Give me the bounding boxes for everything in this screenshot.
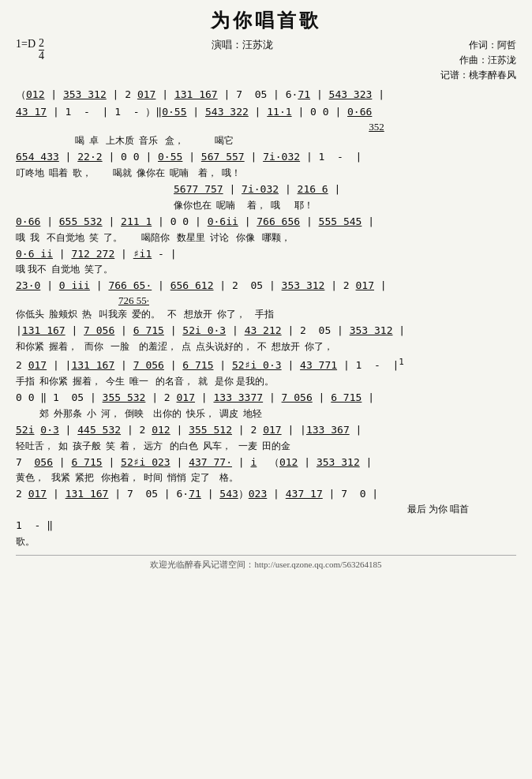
- key-label: 1=D: [16, 38, 36, 51]
- score-section-3: 654 433 | 22·2 | 0 0 | 0·55 | 567 557 | …: [16, 149, 516, 180]
- score-line-12: 7 056 | 6 715 | 52♯i 023 | 437 77· | i （…: [16, 455, 516, 471]
- lyric-line-3: 叮咚地 唱着 歌， 喝就 像你在 呢喃 着， 哦！: [16, 166, 516, 180]
- score-section-4: 5677 757 | 7i·032 | 216 6 | 像你也在 呢喃 着， 哦…: [16, 182, 516, 212]
- page: 为你唱首歌 1=D 2 4 演唱：汪苏泷 作词：阿哲 作曲：汪苏泷 记谱：桃李醉…: [16, 8, 516, 571]
- score-line-7: 23·0 | 0 iii | 766 65· | 656 612 | 2 05 …: [16, 278, 516, 294]
- composer: 作曲：汪苏泷: [440, 53, 516, 68]
- lyric-line-11: 轻吐舌， 如 孩子般 笑 着， 远方 的白色 风车， 一麦 田的金: [16, 439, 516, 453]
- score-line-14: 1 - ‖: [16, 518, 516, 534]
- score-line-2: 43 17 | 1 - | 1 - ）‖0·55 | 543 322 | 11·…: [16, 104, 516, 121]
- performer: 演唱：汪苏泷: [44, 38, 440, 52]
- score-section-14: 1 - ‖ 歌。: [16, 518, 516, 549]
- score-line-6: 0·6 ii | 712 272 | ♯i1 - |: [16, 246, 516, 263]
- lyric-line-8: 和你紧 握着， 而你 一脸 的羞涩， 点 点头说好的， 不 想放开 你了，: [16, 339, 516, 354]
- lyric-line-14: 歌。: [16, 534, 516, 549]
- score-line-9: 2 017 | |131 167 | 7 056 | 6 715 | 52♯i …: [16, 355, 516, 374]
- score-section-1: （012 | 353 312 | 2 017 | 131 167 | 7 05 …: [16, 87, 516, 103]
- transcriber: 记谱：桃李醉春风: [440, 68, 516, 83]
- lyric-line-9: 手指 和你紧 握着， 今生 唯一 的名音， 就 是你 是我的。: [16, 374, 516, 388]
- score-line-5: 0·66 | 655 532 | 211 1 | 0 0 | 0·6ii | 7…: [16, 214, 516, 230]
- lyric-line-4: 像你也在 呢喃 着， 哦 耶！: [174, 198, 516, 212]
- lyricist: 作词：阿哲: [440, 38, 516, 53]
- key-signature: 1=D 2 4: [16, 38, 44, 62]
- score-content: （012 | 353 312 | 2 017 | 131 167 | 7 05 …: [16, 87, 516, 549]
- page-title: 为你唱首歌: [16, 8, 516, 33]
- score-line-13: 2 017 | 131 167 | 7 05 | 6·71 | 543）023 …: [16, 486, 516, 503]
- lyric-line-7: 你低头 脸颊炽 热 叫我亲 爱的。 不 想放开 你了， 手指: [16, 307, 516, 321]
- score-line-11: 52i 0·3 | 445 532 | 2 012 | 355 512 | 2 …: [16, 422, 516, 439]
- score-line-1: （012 | 353 312 | 2 017 | 131 167 | 7 05 …: [16, 87, 516, 103]
- time-signature: 2 4: [39, 38, 44, 62]
- score-line-3: 654 433 | 22·2 | 0 0 | 0·55 | 567 557 | …: [16, 149, 516, 166]
- lyric-line-12: 黄色， 我紧 紧把 你抱着， 时间 悄悄 定了 格。: [16, 470, 516, 485]
- score-section-7: 23·0 | 0 iii | 766 65· | 656 612 | 2 05 …: [16, 278, 516, 321]
- score-line-4: 5677 757 | 7i·032 | 216 6 |: [174, 182, 516, 198]
- lyric-line-10: 郊 外那条 小 河， 倒映 出你的 快乐， 调皮 地轻: [16, 406, 516, 421]
- lyric-line-2: 喝 卓 上木质 音乐 盒， 喝它: [16, 133, 516, 148]
- lyric-line-6: 哦 我不 自觉地 笑了。: [16, 262, 516, 276]
- score-section-11: 52i 0·3 | 445 532 | 2 012 | 355 512 | 2 …: [16, 422, 516, 453]
- score-section-6: 0·6 ii | 712 272 | ♯i1 - | 哦 我不 自觉地 笑了。: [16, 246, 516, 277]
- score-section-13: 2 017 | 131 167 | 7 05 | 6·71 | 543）023 …: [16, 486, 516, 516]
- credits: 作词：阿哲 作曲：汪苏泷 记谱：桃李醉春风: [440, 38, 516, 84]
- lyric-line-5: 哦 我 不自觉地 笑 了。 喝陪你 数星里 讨论 你像 哪颗，: [16, 230, 516, 245]
- score-line-8: |131 167 | 7 056 | 6 715 | 52i 0·3 | 43 …: [16, 323, 516, 339]
- score-section-9: 2 017 | |131 167 | 7 056 | 6 715 | 52♯i …: [16, 355, 516, 388]
- score-section-8: |131 167 | 7 056 | 6 715 | 52i 0·3 | 43 …: [16, 323, 516, 354]
- score-section-5: 0·66 | 655 532 | 211 1 | 0 0 | 0·6ii | 7…: [16, 214, 516, 245]
- score-section-12: 7 056 | 6 715 | 52♯i 023 | 437 77· | i （…: [16, 455, 516, 485]
- score-section-10: 0 0 ‖ 1 05 | 355 532 | 2 017 | 133 3377 …: [16, 390, 516, 421]
- score-line-10: 0 0 ‖ 1 05 | 355 532 | 2 017 | 133 3377 …: [16, 390, 516, 406]
- meta-row: 1=D 2 4 演唱：汪苏泷 作词：阿哲 作曲：汪苏泷 记谱：桃李醉春风: [16, 38, 516, 84]
- footer: 欢迎光临醉春风记谱空间：http://user.qzone.qq.com/563…: [16, 555, 516, 571]
- score-section-2: 43 17 | 1 - | 1 - ）‖0·55 | 543 322 | 11·…: [16, 104, 516, 148]
